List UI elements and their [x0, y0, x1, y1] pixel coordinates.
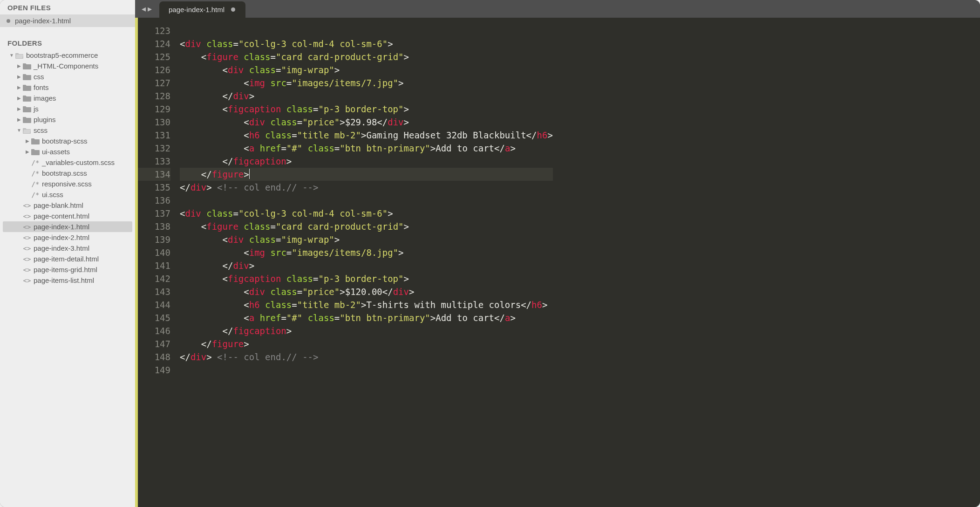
line-number: 141	[138, 259, 170, 272]
line-number: 137	[138, 207, 170, 220]
line-number: 127	[138, 76, 170, 89]
code-line[interactable]: </figcaption>	[180, 155, 553, 168]
code-line[interactable]: <img src="images/items/8.jpg">	[180, 246, 553, 259]
tree-item[interactable]: ▶css	[3, 71, 132, 82]
tree-item[interactable]: <>page-index-1.html	[3, 221, 132, 232]
tree-item[interactable]: ▶_HTML-Components	[3, 61, 132, 71]
html-file-icon: <>	[22, 202, 32, 209]
code-line[interactable]: </figure>	[180, 168, 553, 181]
tree-item[interactable]: <>page-items-list.html	[3, 275, 132, 286]
tree-item[interactable]: /*responsive.scss	[3, 178, 132, 189]
code-line[interactable]	[180, 24, 553, 37]
tree-label: fonts	[34, 83, 49, 91]
tree-item[interactable]: ▶ui-assets	[3, 146, 132, 157]
folder-icon	[22, 63, 32, 69]
folder-icon	[22, 74, 32, 80]
tree-item[interactable]: /*bootstrap.scss	[3, 168, 132, 178]
line-number: 133	[138, 155, 170, 168]
code-line[interactable]: <figcaption class="p-3 border-top">	[180, 103, 553, 116]
code-line[interactable]: <figure class="card card-product-grid">	[180, 220, 553, 233]
disclosure-arrow-icon: ▼	[16, 128, 22, 133]
folder-tree: ▼bootstrap5-ecommerce▶_HTML-Components▶c…	[0, 50, 135, 290]
code-line[interactable]: <div class="price">$29.98</div>	[180, 116, 553, 129]
code-line[interactable]: </div>	[180, 259, 553, 272]
editor-tab[interactable]: page-index-1.html	[159, 1, 245, 18]
open-files-title: OPEN FILES	[0, 0, 135, 14]
code-line[interactable]: <a href="#" class="btn btn-primary">Add …	[180, 142, 553, 155]
open-file-item[interactable]: page-index-1.html	[0, 14, 135, 27]
tree-label: page-items-list.html	[34, 276, 94, 284]
scss-file-icon: /*	[31, 180, 40, 188]
tree-label: page-index-2.html	[34, 233, 89, 241]
tab-label: page-index-1.html	[169, 6, 225, 14]
html-file-icon: <>	[22, 245, 32, 252]
line-number: 130	[138, 116, 170, 129]
modified-dot-icon	[7, 19, 10, 23]
line-number: 131	[138, 129, 170, 142]
code-line[interactable]: <div class="img-wrap">	[180, 233, 553, 246]
tree-label: css	[34, 73, 44, 81]
tree-item[interactable]: <>page-item-detail.html	[3, 254, 132, 264]
tree-label: bootstrap5-ecommerce	[26, 51, 98, 59]
tree-item[interactable]: ▼scss	[3, 125, 132, 136]
tree-item[interactable]: /*_variables-custom.scss	[3, 157, 132, 168]
code-line[interactable]: <a href="#" class="btn btn-primary">Add …	[180, 311, 553, 324]
tree-item[interactable]: ▶plugins	[3, 114, 132, 125]
line-number: 132	[138, 142, 170, 155]
modified-dot-icon	[231, 7, 235, 12]
line-number: 128	[138, 89, 170, 103]
tree-item[interactable]: <>page-index-2.html	[3, 232, 132, 243]
editor-pane: ◂▸ page-index-1.html 1231241251261271281…	[135, 0, 980, 507]
line-number: 143	[138, 285, 170, 298]
line-number: 138	[138, 220, 170, 233]
code-line[interactable]: </div> <!-- col end.// -->	[180, 181, 553, 194]
scss-file-icon: /*	[31, 170, 40, 177]
code-line[interactable]	[180, 363, 553, 377]
folder-icon	[22, 116, 32, 123]
code-line[interactable]: <div class="col-lg-3 col-md-4 col-sm-6">	[180, 207, 553, 220]
code-line[interactable]	[180, 194, 553, 207]
line-number: 135	[138, 181, 170, 194]
editor-app: OPEN FILES page-index-1.html FOLDERS ▼bo…	[0, 0, 980, 507]
tree-item[interactable]: <>page-index-3.html	[3, 243, 132, 254]
nav-arrows[interactable]: ◂▸	[140, 4, 159, 18]
disclosure-arrow-icon: ▶	[16, 106, 22, 111]
open-file-label: page-index-1.html	[15, 17, 71, 25]
code-line[interactable]: </figcaption>	[180, 324, 553, 337]
code-line[interactable]: </figure>	[180, 337, 553, 350]
code-line[interactable]: <figcaption class="p-3 border-top">	[180, 272, 553, 285]
code-area[interactable]: 1231241251261271281291301311321331341351…	[135, 18, 980, 507]
tree-item[interactable]: ▶bootstrap-scss	[3, 136, 132, 146]
tree-label: bootstrap.scss	[42, 169, 87, 177]
folder-icon	[22, 95, 32, 102]
code-line[interactable]: <div class="price">$120.00</div>	[180, 285, 553, 298]
disclosure-arrow-icon: ▶	[24, 149, 31, 154]
code-line[interactable]: </div> <!-- col end.// -->	[180, 350, 553, 363]
html-file-icon: <>	[22, 234, 32, 241]
tree-item[interactable]: <>page-items-grid.html	[3, 264, 132, 275]
code-line[interactable]: <figure class="card card-product-grid">	[180, 50, 553, 63]
tree-item[interactable]: ▶js	[3, 103, 132, 114]
tree-item[interactable]: /*ui.scss	[3, 189, 132, 200]
tree-label: images	[34, 94, 56, 102]
tree-item[interactable]: ▶images	[3, 93, 132, 103]
code-content[interactable]: <div class="col-lg-3 col-md-4 col-sm-6">…	[175, 18, 553, 507]
line-number: 139	[138, 233, 170, 246]
code-line[interactable]: </div>	[180, 89, 553, 103]
disclosure-arrow-icon: ▶	[16, 85, 22, 90]
folders-title: FOLDERS	[0, 35, 135, 50]
disclosure-arrow-icon: ▶	[24, 138, 31, 144]
html-file-icon: <>	[22, 255, 32, 263]
code-line[interactable]: <img src="images/items/7.jpg">	[180, 76, 553, 89]
tree-item[interactable]: ▶fonts	[3, 82, 132, 93]
line-gutter: 1231241251261271281291301311321331341351…	[138, 18, 175, 507]
tree-item[interactable]: <>page-content.html	[3, 211, 132, 221]
code-line[interactable]: <h6 class="title mb-2">T-shirts with mul…	[180, 298, 553, 311]
code-line[interactable]: <div class="col-lg-3 col-md-4 col-sm-6">	[180, 37, 553, 50]
code-line[interactable]: <h6 class="title mb-2">Gaming Headset 32…	[180, 129, 553, 142]
folder-icon	[22, 127, 32, 134]
tree-item[interactable]: <>page-blank.html	[3, 200, 132, 211]
code-line[interactable]: <div class="img-wrap">	[180, 63, 553, 76]
tree-item[interactable]: ▼bootstrap5-ecommerce	[3, 50, 132, 61]
disclosure-arrow-icon: ▶	[16, 96, 22, 101]
